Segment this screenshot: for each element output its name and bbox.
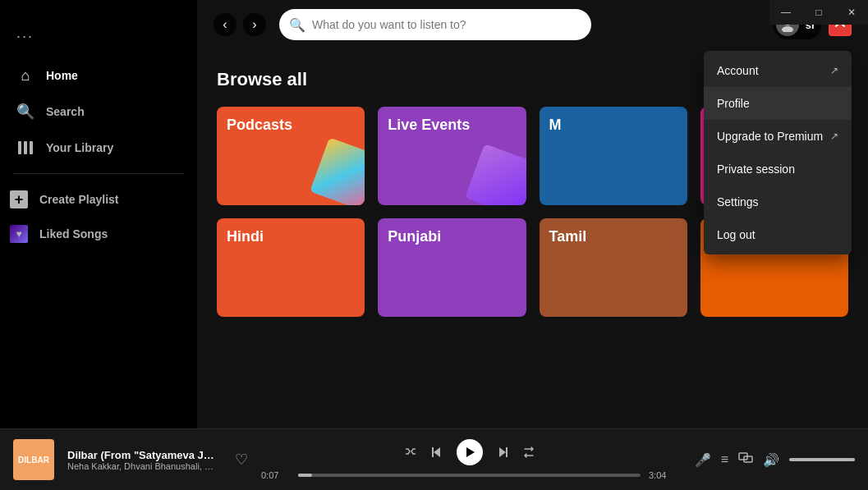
home-icon: ⌂ (16, 66, 34, 85)
create-playlist-button[interactable]: + Create Playlist (0, 182, 197, 217)
like-button[interactable]: ♡ (235, 451, 248, 469)
svg-rect-1 (24, 141, 27, 154)
svg-marker-8 (499, 447, 506, 457)
dropdown-item-upgrade[interactable]: Upgrade to Premium ↗ (704, 120, 852, 153)
next-button[interactable] (496, 446, 509, 459)
category-image (465, 144, 526, 205)
dropdown-item-settings[interactable]: Settings (704, 185, 852, 218)
playback-buttons (404, 439, 535, 465)
category-card-podcasts[interactable]: Podcasts (217, 107, 365, 205)
category-label: Podcasts (227, 117, 292, 134)
svg-point-4 (782, 26, 793, 32)
dropdown-item-private[interactable]: Private session (704, 153, 852, 185)
player-bar: DILBAR Dilbar (From "Satyameva Jayate" N… (0, 428, 868, 490)
lyrics-icon[interactable]: 🎤 (695, 452, 711, 468)
volume-fill (789, 458, 855, 461)
dropdown-item-account[interactable]: Account ↗ (704, 54, 852, 87)
sidebar-logo: ... (0, 16, 197, 58)
svg-rect-0 (18, 141, 21, 154)
create-playlist-icon: + (10, 190, 28, 208)
category-label: Tamil (549, 228, 587, 245)
volume-icon[interactable]: 🔊 (763, 452, 779, 468)
progress-track[interactable] (298, 474, 641, 477)
player-controls: 0:07 3:04 (261, 439, 677, 480)
svg-marker-7 (466, 447, 475, 457)
previous-button[interactable] (430, 446, 443, 459)
category-card-hindi[interactable]: Hindi (217, 218, 365, 317)
sidebar-item-home[interactable]: ⌂ Home (7, 58, 191, 93)
player-thumbnail: DILBAR (13, 439, 54, 480)
device-icon[interactable] (738, 451, 753, 469)
dropdown-item-logout[interactable]: Log out (704, 218, 852, 251)
sidebar-divider (13, 173, 184, 174)
sidebar-item-home-label: Home (46, 69, 78, 82)
category-card-tamil[interactable]: Tamil (540, 218, 687, 317)
category-card-live-events[interactable]: Live Events (378, 107, 526, 205)
category-label: Punjabi (388, 228, 441, 245)
play-button[interactable] (457, 439, 483, 465)
svg-marker-5 (434, 447, 440, 457)
search-bar-icon: 🔍 (289, 17, 305, 33)
category-card-partial[interactable]: M (540, 107, 687, 205)
repeat-button[interactable] (522, 446, 535, 459)
sidebar-nav: ⌂ Home 🔍 Search Your Library (0, 58, 197, 165)
category-label: Live Events (388, 117, 470, 134)
liked-songs-button[interactable]: ♥ Liked Songs (0, 217, 197, 251)
forward-button[interactable]: › (243, 13, 266, 36)
spotify-logo: ... (16, 25, 34, 42)
sidebar-item-library-label: Your Library (46, 141, 113, 154)
nav-buttons: ‹ › (214, 13, 266, 36)
svg-rect-9 (506, 447, 507, 457)
category-image (310, 137, 365, 205)
sidebar-item-search[interactable]: 🔍 Search (7, 94, 191, 129)
create-playlist-label: Create Playlist (39, 193, 119, 206)
sidebar-item-library[interactable]: Your Library (7, 131, 191, 165)
svg-rect-2 (30, 141, 33, 154)
search-bar: 🔍 (279, 9, 591, 40)
close-button[interactable]: ✕ (835, 0, 868, 25)
maximize-button[interactable]: □ (802, 0, 835, 25)
player-artist-name: Neha Kakkar, Dhvani Bhanushali, Ikka, T (67, 461, 215, 471)
topbar: ‹ › 🔍 sr Account ↗ (197, 0, 868, 49)
svg-rect-6 (432, 447, 434, 457)
player-track-name: Dilbar (From "Satyameva Jayate" (67, 449, 215, 461)
liked-songs-label: Liked Songs (39, 227, 108, 240)
liked-songs-icon: ♥ (10, 225, 28, 243)
category-label: M (549, 117, 562, 134)
player-info: Dilbar (From "Satyameva Jayate" Neha Kak… (67, 449, 215, 471)
minimize-button[interactable]: — (769, 0, 802, 25)
external-link-icon: ↗ (830, 65, 838, 76)
category-label: Hindi (227, 228, 264, 245)
volume-slider[interactable] (789, 458, 855, 461)
library-icon (16, 139, 34, 157)
sidebar: ... ⌂ Home 🔍 Search Your Library + Creat… (0, 0, 197, 427)
external-link-icon-2: ↗ (830, 131, 838, 142)
total-time: 3:04 (649, 470, 677, 480)
progress-fill (298, 474, 312, 477)
sidebar-item-search-label: Search (46, 105, 85, 118)
user-dropdown-menu: Account ↗ Profile Upgrade to Premium ↗ P… (704, 51, 852, 254)
dropdown-item-profile[interactable]: Profile (704, 87, 852, 120)
progress-bar[interactable]: 0:07 3:04 (261, 470, 677, 480)
search-input[interactable] (279, 9, 591, 40)
category-card-punjabi[interactable]: Punjabi (378, 218, 526, 317)
player-right-controls: 🎤 ≡ 🔊 (691, 451, 855, 469)
search-icon: 🔍 (16, 103, 34, 121)
shuffle-button[interactable] (404, 446, 417, 459)
queue-icon[interactable]: ≡ (721, 452, 728, 467)
title-bar: — □ ✕ (769, 0, 868, 25)
back-button[interactable]: ‹ (214, 13, 237, 36)
current-time: 0:07 (261, 470, 290, 480)
